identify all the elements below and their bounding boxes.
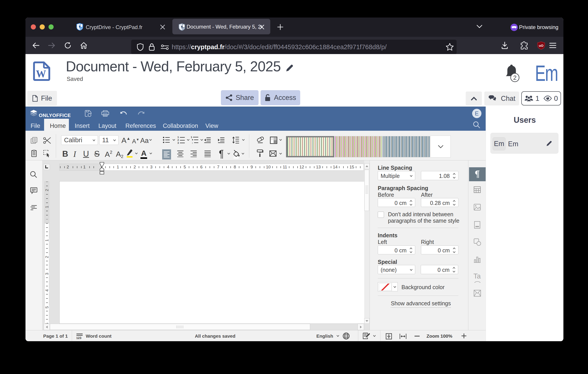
svg-text:1: 1: [178, 136, 179, 138]
svg-text:3: 3: [178, 142, 179, 144]
svg-text:2: 2: [178, 139, 179, 141]
svg-text:uO: uO: [539, 44, 544, 47]
svg-text:123: 123: [76, 336, 82, 339]
svg-text:1: 1: [191, 136, 192, 138]
svg-text:2: 2: [513, 74, 516, 81]
svg-text:W: W: [36, 68, 46, 80]
svg-text:i: i: [192, 142, 192, 144]
